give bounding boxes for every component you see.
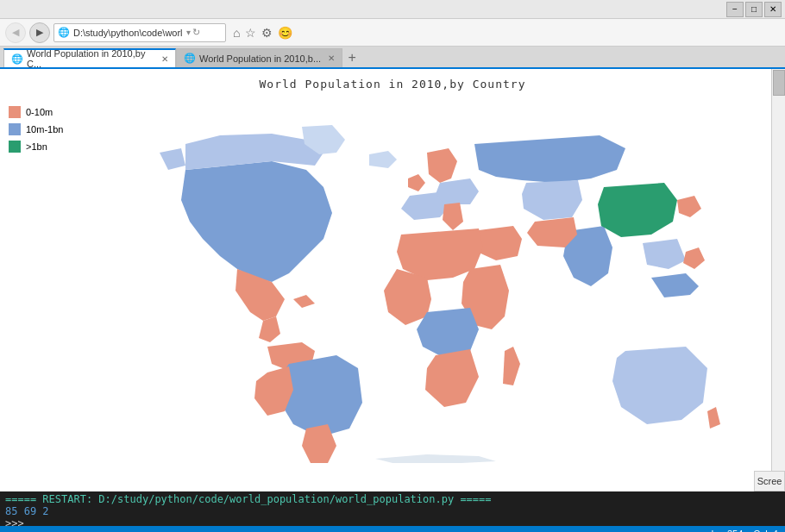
settings-icon[interactable]: ⚙ — [261, 26, 273, 40]
legend-color-2 — [9, 141, 21, 153]
nav-icons: ⌂ ☆ ⚙ 😊 — [233, 26, 292, 40]
tab-favicon-0: 🌐 — [11, 53, 23, 65]
scrollbar[interactable] — [771, 69, 785, 491]
world-map — [134, 118, 720, 463]
bottom-bar: Ln: 354 Col: 4 — [0, 526, 785, 532]
console-line2: 85 69 2 — [5, 505, 780, 517]
refresh-icon[interactable]: ↻ — [192, 27, 200, 38]
title-bar: − □ ✕ — [0, 0, 785, 19]
close-button[interactable]: ✕ — [764, 2, 782, 17]
back-button[interactable]: ◀ — [5, 22, 26, 43]
chart-legend: 0-10m 10m-1bn >1bn — [0, 97, 78, 483]
legend-item-1: 10m-1bn — [9, 123, 69, 135]
bottom-right: Ln: 354 Col: 4 — [712, 529, 778, 532]
forward-button[interactable]: ▶ — [29, 22, 50, 43]
legend-color-0 — [9, 106, 21, 118]
tab-1[interactable]: 🌐 World Population in 2010,b... ✕ — [176, 48, 342, 67]
legend-label-2: >1bn — [26, 141, 47, 152]
tab-favicon-1: 🌐 — [184, 53, 196, 64]
console-line1: ===== RESTART: D:/study/python/code/worl… — [5, 493, 780, 505]
minimize-button[interactable]: − — [726, 2, 744, 17]
nav-bar: ◀ ▶ 🌐 D:\study\python\code\worl ▾ ↻ ⌂ ☆ … — [0, 19, 785, 47]
page-icon: 🌐 — [58, 27, 70, 38]
legend-item-2: >1bn — [9, 141, 69, 153]
tab-close-0[interactable]: ✕ — [161, 54, 168, 64]
title-bar-buttons: − □ ✕ — [726, 2, 782, 17]
tab-label-1: World Population in 2010,b... — [199, 53, 321, 64]
map-wrapper — [78, 97, 785, 483]
address-text: D:\study\python\code\worl — [73, 28, 183, 38]
legend-item-0: 0-10m — [9, 106, 69, 118]
browser-content: World Population in 2010,by Country 0-10… — [0, 69, 785, 491]
new-tab-button[interactable]: + — [342, 48, 361, 67]
chart-body: 0-10m 10m-1bn >1bn — [0, 97, 785, 483]
home-icon[interactable]: ⌂ — [233, 26, 240, 40]
scroll-thumb[interactable] — [773, 70, 785, 96]
dropdown-icon[interactable]: ▾ — [186, 28, 191, 37]
address-bar[interactable]: 🌐 D:\study\python\code\worl ▾ ↻ — [53, 23, 226, 42]
favorites-icon[interactable]: ☆ — [245, 26, 256, 40]
maximize-button[interactable]: □ — [745, 2, 763, 17]
tab-0[interactable]: 🌐 World Population in 2010,by C... ✕ — [3, 48, 176, 67]
console-area: ===== RESTART: D:/study/python/code/worl… — [0, 491, 785, 526]
line-number: Ln: 354 — [712, 529, 744, 532]
legend-label-1: 10m-1bn — [26, 124, 63, 135]
legend-label-0: 0-10m — [26, 107, 53, 117]
scree-label: Scree — [754, 471, 785, 491]
chart-title: World Population in 2010,by Country — [260, 78, 526, 91]
console-line3: >>> — [5, 517, 780, 526]
legend-color-1 — [9, 123, 21, 135]
tab-label-0: World Population in 2010,by C... — [27, 48, 154, 69]
user-icon[interactable]: 😊 — [278, 26, 292, 40]
col-number: Col: 4 — [753, 529, 778, 532]
chart-container: World Population in 2010,by Country 0-10… — [0, 69, 785, 491]
tab-bar: 🌐 World Population in 2010,by C... ✕ 🌐 W… — [0, 47, 785, 69]
tab-close-1[interactable]: ✕ — [328, 53, 335, 63]
